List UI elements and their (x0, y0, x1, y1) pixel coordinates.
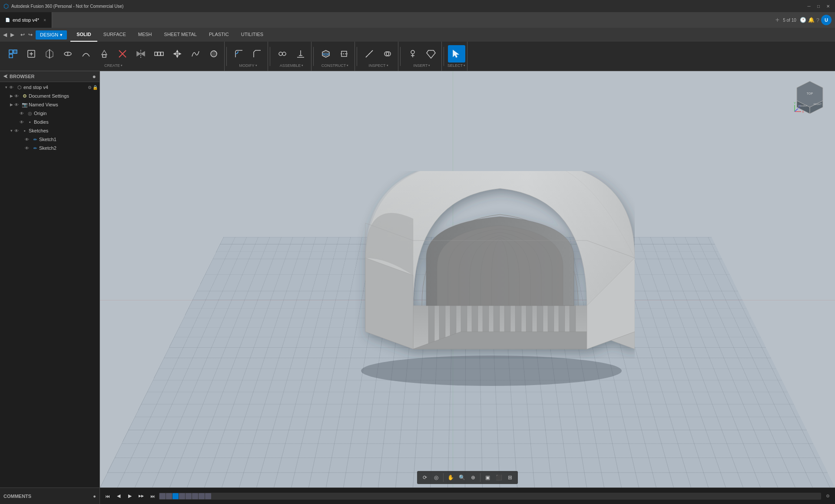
mirror-button[interactable] (132, 45, 149, 63)
tab-close-button[interactable]: × (43, 18, 46, 23)
select-label[interactable]: SELECT ▾ (447, 63, 465, 68)
insert-label[interactable]: INSERT ▾ (414, 63, 431, 68)
sweep-button[interactable] (77, 45, 95, 63)
timeline-item-3[interactable] (179, 493, 185, 499)
chamfer-button[interactable] (249, 45, 266, 63)
maximize-button[interactable]: □ (815, 3, 822, 10)
sketch1-visibility-icon[interactable]: 👁 (25, 137, 31, 142)
effects-button[interactable]: ⬛ (494, 472, 504, 483)
timeline-item-6[interactable] (199, 493, 205, 499)
assemble-label[interactable]: ASSEMBLE ▾ (280, 63, 304, 68)
timeline-item-1[interactable] (166, 493, 172, 499)
3d-viewport[interactable]: TOP FRONT RIGHT X Y Z ⟳ ◎ ✋ 🔍 ⊕ ▣ ⬛ ⊞ (100, 71, 835, 488)
root-gear-icon[interactable]: ⚙ (88, 85, 92, 90)
root-expand-arrow[interactable]: ▾ (3, 85, 9, 89)
browser-item-document-settings[interactable]: ▶ 👁 ⚙ Document Settings (0, 92, 99, 100)
timeline-prev-button[interactable]: ◀ (114, 491, 123, 501)
timeline-item-7[interactable] (205, 493, 211, 499)
extrude-button[interactable] (41, 45, 58, 63)
ground-button[interactable] (292, 45, 309, 63)
help-icon[interactable]: ? (816, 17, 819, 23)
history-icon[interactable]: 🕐 (800, 17, 806, 23)
display-settings-button[interactable]: ▣ (482, 472, 493, 483)
form-button[interactable] (187, 45, 204, 63)
tab-surface[interactable]: SURFACE (97, 28, 132, 42)
forward-icon[interactable]: ▶ (9, 31, 16, 39)
new-component-button[interactable] (4, 45, 22, 63)
viewcube[interactable]: TOP FRONT RIGHT X Y Z (792, 79, 827, 114)
user-avatar[interactable]: U (821, 15, 832, 25)
create-label[interactable]: CREATE ▾ (104, 63, 123, 68)
timeline-play-button[interactable]: ▶ (125, 491, 135, 501)
root-lock-icon[interactable]: 🔒 (93, 85, 98, 90)
doc-settings-visibility-icon[interactable]: 👁 (14, 94, 20, 99)
pan-button[interactable]: ✋ (445, 472, 456, 483)
inspect-label[interactable]: INSPECT ▾ (368, 63, 388, 68)
fillet-button[interactable] (230, 45, 248, 63)
insert-mcmaster-button[interactable] (404, 45, 421, 63)
tab-sheet-metal[interactable]: SHEET METAL (158, 28, 203, 42)
browser-item-origin[interactable]: ▶ 👁 ◎ Origin (0, 109, 99, 118)
modify-label[interactable]: MODIFY ▾ (239, 63, 257, 68)
new-body-button[interactable] (23, 45, 40, 63)
interference-button[interactable] (379, 45, 396, 63)
minimize-button[interactable]: ─ (805, 3, 812, 10)
pattern-button[interactable] (150, 45, 168, 63)
browser-item-sketch1[interactable]: ▶ 👁 ✏ Sketch1 (0, 135, 99, 144)
sketches-visibility-icon[interactable]: 👁 (14, 128, 20, 133)
close-button[interactable]: ✕ (825, 3, 832, 10)
tab-add-button[interactable]: + (775, 16, 779, 24)
construct-label[interactable]: CONSTRUCT ▾ (321, 63, 349, 68)
comments-collapse-icon[interactable]: ● (93, 494, 96, 499)
tab-solid[interactable]: SOLID (70, 28, 97, 42)
timeline-skip-fwd-button[interactable]: ⏭ (148, 491, 157, 501)
browser-item-sketches[interactable]: ▾ 👁 ▪ Sketches (0, 126, 99, 135)
browser-item-sketch2[interactable]: ▶ 👁 ✏ Sketch2 (0, 144, 99, 152)
revolve-button[interactable] (59, 45, 76, 63)
bodies-visibility-icon[interactable]: 👁 (20, 120, 26, 125)
active-document-tab[interactable]: 📄 end stop v4* × (0, 12, 52, 28)
timeline-next-button[interactable]: ▶▶ (136, 491, 146, 501)
select-button[interactable] (448, 45, 465, 63)
back-icon[interactable]: ◀ (2, 31, 8, 39)
named-views-visibility-icon[interactable]: 👁 (14, 102, 20, 107)
redo-button[interactable]: ↪ (27, 31, 34, 39)
move-button[interactable] (169, 45, 186, 63)
look-at-button[interactable]: ◎ (431, 472, 441, 483)
joint-button[interactable] (274, 45, 291, 63)
browser-item-bodies[interactable]: ▶ 👁 ▪ Bodies (0, 118, 99, 126)
timeline-item-0[interactable] (159, 493, 166, 499)
timeline-settings-icon[interactable]: ⚙ (823, 491, 832, 501)
workspace-selector[interactable]: DESIGN ▾ (36, 30, 67, 40)
timeline-item-4[interactable] (186, 493, 192, 499)
sketch2-visibility-icon[interactable]: 👁 (25, 146, 31, 151)
sketches-expand-icon[interactable]: ▾ (9, 128, 14, 133)
tab-mesh[interactable]: MESH (132, 28, 158, 42)
browser-root-item[interactable]: ▾ 👁 ⬡ end stop v4 ⚙ 🔒 (0, 83, 99, 92)
offset-plane-button[interactable] (317, 45, 335, 63)
timeline-track[interactable] (159, 493, 821, 500)
measure-button[interactable] (361, 45, 378, 63)
tab-plastic[interactable]: PLASTIC (203, 28, 235, 42)
grid-button[interactable]: ⊞ (505, 472, 515, 483)
browser-settings-icon[interactable]: ● (93, 73, 96, 80)
zoom-button[interactable]: 🔍 (457, 472, 467, 483)
zoom-window-button[interactable]: ⊕ (468, 472, 478, 483)
timeline-item-2[interactable] (172, 493, 179, 499)
origin-visibility-icon[interactable]: 👁 (20, 111, 26, 116)
tab-utilities[interactable]: UTILITIES (235, 28, 269, 42)
doc-settings-expand-icon[interactable]: ▶ (9, 94, 14, 98)
browser-collapse-icon[interactable]: ⮜ (3, 74, 8, 79)
unfold-button[interactable] (205, 45, 222, 63)
timeline-skip-back-button[interactable]: ⏮ (103, 491, 112, 501)
delete-button[interactable] (114, 45, 131, 63)
timeline-item-5[interactable] (192, 493, 198, 499)
browser-item-named-views[interactable]: ▶ 👁 📷 Named Views (0, 100, 99, 109)
insert-svg-button[interactable] (422, 45, 440, 63)
undo-button[interactable]: ↩ (19, 31, 26, 39)
loft-button[interactable] (96, 45, 113, 63)
named-views-expand-icon[interactable]: ▶ (9, 102, 14, 107)
root-visibility-icon[interactable]: 👁 (9, 85, 15, 90)
midplane-button[interactable] (335, 45, 353, 63)
notification-bell-icon[interactable]: 🔔 (808, 17, 815, 23)
